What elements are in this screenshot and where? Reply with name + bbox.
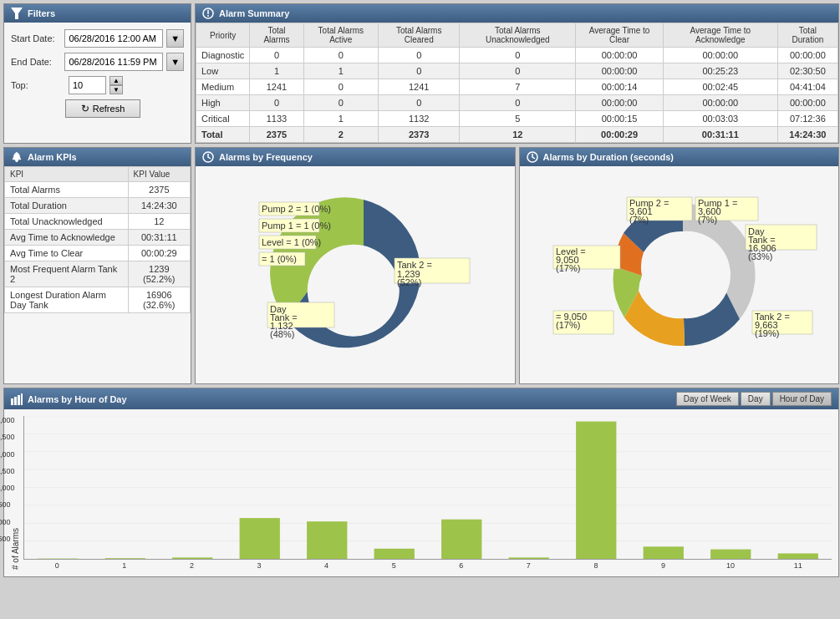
col-priority: Priority xyxy=(196,23,250,48)
filters-title: Filters xyxy=(28,8,55,18)
cell-priority: Low xyxy=(196,63,250,79)
refresh-label: Refresh xyxy=(93,104,125,114)
summary-row: High 0 0 0 0 00:00:00 00:00:00 00:00:00 xyxy=(196,95,838,111)
freq-label-tank2-pct: (52%) xyxy=(397,277,421,287)
cell-priority: Diagnostic xyxy=(196,48,250,63)
cell-duration: 07:12:36 xyxy=(777,111,837,127)
start-date-dropdown[interactable]: ▼ xyxy=(166,29,184,48)
svg-rect-8 xyxy=(18,395,20,405)
dur-label-eq-p: (17%) xyxy=(556,320,580,330)
cell-cleared: 0 xyxy=(379,63,460,79)
y-label-2500: 2,500 xyxy=(0,535,15,543)
y-label-20000: 20,000 xyxy=(0,416,15,424)
cell-avg-ack: 00:02:45 xyxy=(663,79,777,95)
bar-rect xyxy=(509,557,549,559)
cell-duration: 00:00:00 xyxy=(777,48,837,63)
x-label: 2 xyxy=(158,561,226,570)
top-label: Top: xyxy=(11,80,65,90)
kpi-row: Avg Time to Clear 00:00:29 xyxy=(5,246,191,261)
col-avg-ack: Average Time to Acknowledge xyxy=(663,23,777,48)
end-date-dropdown[interactable]: ▼ xyxy=(166,53,184,71)
filter-icon xyxy=(11,8,23,19)
start-date-input[interactable] xyxy=(64,29,163,48)
cell-avg-ack: 00:00:00 xyxy=(663,95,777,111)
kpi-title: Alarm KPIs xyxy=(28,152,77,162)
kpi-label-cell: Total Unacknowledged xyxy=(5,214,129,230)
tab-hour-of-day[interactable]: Hour of Day xyxy=(772,392,832,406)
cell-cleared: 2373 xyxy=(379,127,460,143)
y-label-17500: 17,500 xyxy=(0,433,15,441)
bars-wrapper: 20,000 17,500 15,000 12,500 10,000 7,500… xyxy=(23,416,832,560)
alarm-summary-header: Alarm Summary xyxy=(196,4,838,23)
top-input[interactable] xyxy=(69,76,106,94)
summary-row: Diagnostic 0 0 0 0 00:00:00 00:00:00 00:… xyxy=(196,48,838,63)
cell-active: 0 xyxy=(303,95,379,111)
charts-row: Alarms by Frequency xyxy=(195,147,839,384)
col-total-alarms: Total Alarms xyxy=(250,23,303,48)
main-container: Filters Start Date: ▼ End Date: ▼ Top: xyxy=(3,3,839,577)
freq-label-pump2: Pump 2 = 1 (0%) xyxy=(262,204,331,214)
cell-active: 0 xyxy=(303,79,379,95)
bar-rect xyxy=(105,558,145,559)
y-label-15000: 15,000 xyxy=(0,450,15,459)
end-date-label: End Date: xyxy=(11,57,61,67)
dur-segment-daytank xyxy=(683,204,756,319)
end-date-input[interactable] xyxy=(64,53,163,71)
freq-label-zero: = 1 (0%) xyxy=(262,254,297,264)
kpi-label-cell: Avg Time to Clear xyxy=(5,246,129,261)
tab-day-of-week[interactable]: Day of Week xyxy=(676,392,739,406)
cell-unack: 0 xyxy=(460,63,576,79)
y-labels: 20,000 17,500 15,000 12,500 10,000 7,500… xyxy=(0,416,15,560)
cell-duration: 04:41:04 xyxy=(777,79,837,95)
spinner-down[interactable]: ▼ xyxy=(109,85,123,94)
x-label: 9 xyxy=(629,561,697,570)
kpi-panel: Alarm KPIs KPI KPI Value Total Alarms 23… xyxy=(3,147,191,384)
filters-header: Filters xyxy=(4,4,191,23)
bell-icon xyxy=(11,151,23,163)
kpi-value-cell: 1239 (52.2%) xyxy=(128,261,190,287)
kpi-col-kpi: KPI xyxy=(5,167,129,182)
col-alarms-cleared: Total Alarms Cleared xyxy=(379,23,460,48)
kpi-table: KPI KPI Value Total Alarms 2375 Total Du… xyxy=(4,166,191,313)
cell-duration: 02:30:50 xyxy=(777,63,837,79)
cell-priority: Medium xyxy=(196,79,250,95)
x-label: 1 xyxy=(91,561,159,570)
col-alarms-unack: Total Alarms Unacknowledged xyxy=(460,23,576,48)
bar-rect xyxy=(441,520,481,559)
frequency-panel: Alarms by Frequency xyxy=(195,147,516,384)
cell-avg-ack: 00:25:23 xyxy=(663,63,777,79)
bar-chart-title: Alarms by Hour of Day xyxy=(28,394,127,404)
bar-rect xyxy=(307,521,347,559)
summary-row: Total 2375 2 2373 12 00:00:29 00:31:11 1… xyxy=(196,127,838,143)
top-row: Top: ▲ ▼ xyxy=(11,76,184,94)
svg-marker-0 xyxy=(11,8,23,19)
frequency-chart: Tank 2 = 1,239 (52%) Day Tank = 1,132 (4… xyxy=(196,166,515,383)
cell-unack: 5 xyxy=(460,111,576,127)
kpi-row: Total Duration 14:24:30 xyxy=(5,198,191,214)
tab-day[interactable]: Day xyxy=(741,392,771,406)
kpi-row: Total Alarms 2375 xyxy=(5,182,191,198)
cell-duration: 00:00:00 xyxy=(777,95,837,111)
dur-label-tank2-p: (19%) xyxy=(755,328,779,338)
bar-chart-tabs: Day of Week Day Hour of Day xyxy=(676,392,832,406)
x-label: 8 xyxy=(563,561,630,570)
cell-avg-ack: 00:31:11 xyxy=(663,127,777,143)
alarm-icon xyxy=(202,8,214,19)
spinner-up[interactable]: ▲ xyxy=(109,76,123,85)
cell-total: 2375 xyxy=(250,127,303,143)
kpi-label-cell: Most Frequent Alarm Tank 2 xyxy=(5,261,129,287)
refresh-button[interactable]: ↻ Refresh xyxy=(65,99,140,118)
col-duration: Total Duration xyxy=(777,23,837,48)
svg-rect-9 xyxy=(21,393,23,405)
cell-avg-clear: 00:00:29 xyxy=(576,127,664,143)
kpi-value-cell: 00:00:29 xyxy=(128,246,190,261)
cell-avg-clear: 00:00:00 xyxy=(576,63,664,79)
summary-row: Critical 1133 1 1132 5 00:00:15 00:03:03… xyxy=(196,111,838,127)
clock-icon-dur xyxy=(527,151,538,163)
bar-chart-title-group: Alarms by Hour of Day xyxy=(11,393,127,405)
cell-unack: 12 xyxy=(460,127,576,143)
bar-rect xyxy=(710,550,751,559)
cell-total: 0 xyxy=(250,95,303,111)
cell-priority: Total xyxy=(196,127,250,143)
dur-label-daytank-p: (33%) xyxy=(748,251,772,261)
